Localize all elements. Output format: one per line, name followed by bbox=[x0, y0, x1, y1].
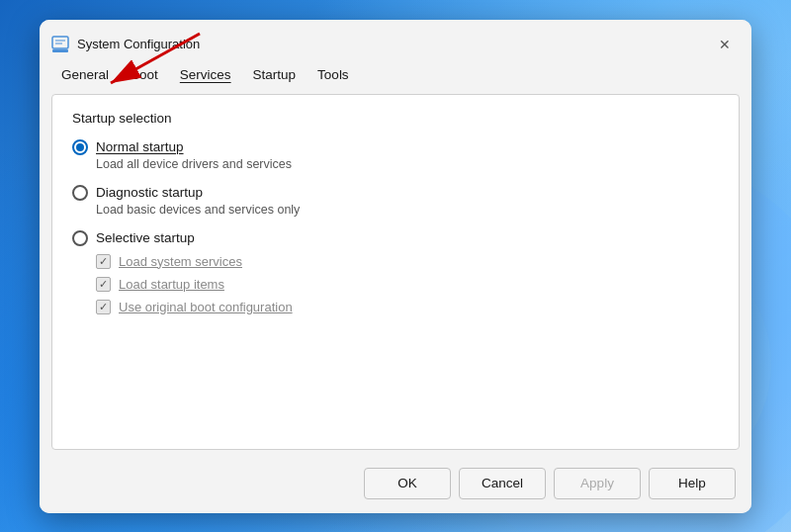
selective-startup-option: Selective startup ✓ Load system services… bbox=[72, 230, 719, 314]
help-button[interactable]: Help bbox=[649, 468, 736, 499]
system-configuration-dialog: System Configuration ✕ General Boot Serv… bbox=[40, 20, 751, 513]
bottom-bar: OK Cancel Apply Help bbox=[40, 458, 751, 513]
load-system-services-row[interactable]: ✓ Load system services bbox=[96, 254, 719, 269]
load-startup-items-checkbox[interactable]: ✓ bbox=[96, 277, 111, 292]
use-original-boot-label: Use original boot configuration bbox=[119, 300, 293, 314]
svg-rect-0 bbox=[52, 37, 68, 48]
selective-startup-label: Selective startup bbox=[96, 230, 195, 245]
menu-general-label: General bbox=[61, 67, 109, 82]
menu-tools-label: Tools bbox=[317, 67, 349, 82]
normal-startup-description: Load all device drivers and services bbox=[96, 157, 719, 171]
use-original-boot-checkbox[interactable]: ✓ bbox=[96, 300, 111, 314]
diagnostic-startup-radio[interactable] bbox=[72, 185, 88, 201]
use-original-boot-row[interactable]: ✓ Use original boot configuration bbox=[96, 300, 719, 314]
cancel-button[interactable]: Cancel bbox=[459, 468, 546, 499]
load-system-services-checkmark: ✓ bbox=[99, 256, 108, 267]
diagnostic-startup-description: Load basic devices and services only bbox=[96, 203, 719, 217]
menu-item-startup[interactable]: Startup bbox=[243, 63, 307, 86]
menu-item-boot[interactable]: Boot bbox=[121, 63, 168, 86]
window-title: System Configuration bbox=[77, 37, 200, 51]
diagnostic-startup-label: Diagnostic startup bbox=[96, 185, 203, 200]
menu-item-general[interactable]: General bbox=[51, 63, 119, 86]
close-button[interactable]: ✕ bbox=[710, 33, 740, 56]
menu-bar: General Boot Services Startup Tools bbox=[40, 59, 751, 86]
svg-rect-1 bbox=[52, 49, 68, 52]
menu-item-tools[interactable]: Tools bbox=[308, 63, 359, 86]
title-bar: System Configuration ✕ bbox=[40, 20, 751, 59]
normal-startup-row[interactable]: Normal startup bbox=[72, 139, 719, 155]
menu-services-label: Services bbox=[180, 67, 231, 82]
window-icon bbox=[51, 36, 69, 53]
selective-startup-checkboxes: ✓ Load system services ✓ Load startup it… bbox=[96, 254, 719, 314]
diagnostic-startup-row[interactable]: Diagnostic startup bbox=[72, 185, 719, 201]
startup-radio-group: Normal startup Load all device drivers a… bbox=[72, 139, 719, 322]
normal-startup-label: Normal startup bbox=[96, 139, 184, 154]
ok-button[interactable]: OK bbox=[364, 468, 451, 499]
load-system-services-checkbox[interactable]: ✓ bbox=[96, 254, 111, 269]
menu-item-services[interactable]: Services bbox=[170, 63, 241, 86]
use-original-boot-checkmark: ✓ bbox=[99, 302, 108, 312]
load-startup-items-row[interactable]: ✓ Load startup items bbox=[96, 277, 719, 292]
normal-startup-option: Normal startup Load all device drivers a… bbox=[72, 139, 719, 177]
selective-startup-radio[interactable] bbox=[72, 230, 88, 246]
section-title: Startup selection bbox=[72, 111, 719, 126]
selective-startup-row[interactable]: Selective startup bbox=[72, 230, 719, 246]
load-startup-items-label: Load startup items bbox=[119, 277, 224, 292]
load-startup-items-checkmark: ✓ bbox=[99, 279, 108, 290]
diagnostic-startup-option: Diagnostic startup Load basic devices an… bbox=[72, 185, 719, 222]
content-area: Startup selection Normal startup Load al… bbox=[51, 94, 740, 450]
load-system-services-label: Load system services bbox=[119, 254, 242, 269]
menu-startup-label: Startup bbox=[253, 67, 297, 82]
normal-startup-radio[interactable] bbox=[72, 139, 88, 155]
menu-boot-label: Boot bbox=[131, 67, 158, 82]
title-bar-left: System Configuration bbox=[51, 36, 200, 53]
apply-button[interactable]: Apply bbox=[554, 468, 641, 499]
